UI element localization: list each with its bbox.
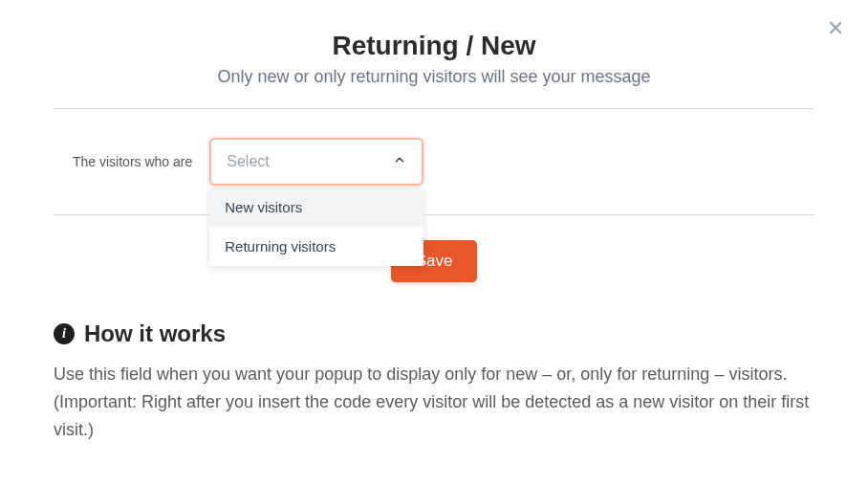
close-glyph: ✕: [827, 18, 844, 39]
close-icon[interactable]: ✕: [824, 17, 847, 40]
dropdown-option-new-visitors[interactable]: New visitors: [209, 188, 423, 227]
how-it-works-title: How it works: [84, 320, 226, 347]
how-it-works-header: i How it works: [54, 320, 814, 347]
dialog-subtitle: Only new or only returning visitors will…: [54, 67, 814, 87]
visitor-type-row: The visitors who are Select New visitors…: [54, 109, 814, 214]
save-row: Save: [54, 215, 814, 320]
visitor-type-dropdown: New visitors Returning visitors: [209, 188, 423, 266]
info-icon: i: [54, 323, 75, 344]
visitor-type-select-wrap: Select New visitors Returning visitors: [209, 138, 423, 186]
dialog-title: Returning / New: [54, 31, 814, 61]
visitor-type-label: The visitors who are: [73, 154, 192, 169]
visitor-type-select[interactable]: Select: [209, 138, 423, 186]
how-it-works-body: Use this field when you want your popup …: [54, 361, 814, 443]
select-placeholder: Select: [227, 153, 269, 170]
chevron-up-icon: [393, 153, 406, 170]
dialog-container: Returning / New Only new or only returni…: [0, 0, 868, 481]
dropdown-option-returning-visitors[interactable]: Returning visitors: [209, 227, 423, 266]
